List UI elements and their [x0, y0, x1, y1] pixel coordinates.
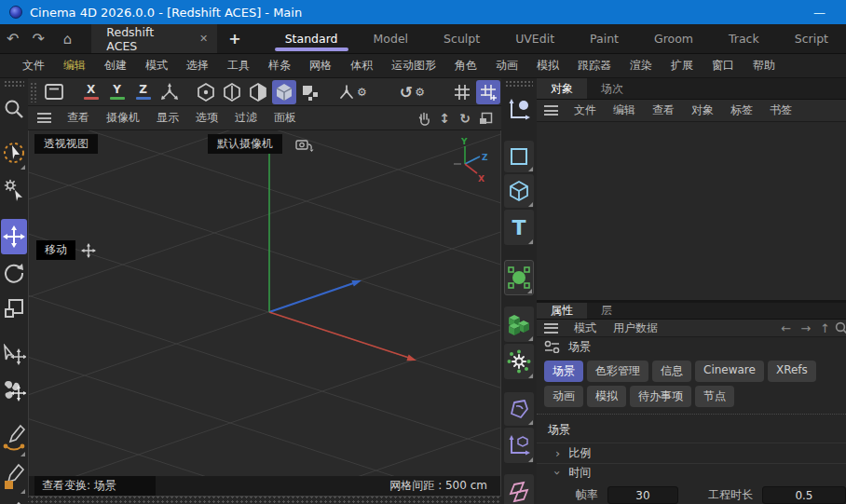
- search-icon[interactable]: [835, 321, 846, 334]
- subdivision-surface-button[interactable]: [504, 260, 534, 295]
- spline-volume-tool[interactable]: [2, 497, 26, 504]
- menu-extensions[interactable]: 扩展: [662, 58, 703, 74]
- rail-grip[interactable]: [505, 80, 533, 89]
- redo-button[interactable]: ↷: [25, 24, 50, 53]
- text-primitive-button[interactable]: T: [504, 210, 534, 245]
- grid-button[interactable]: [450, 80, 474, 104]
- object-list[interactable]: [537, 122, 846, 300]
- points-mode-button[interactable]: [194, 80, 218, 104]
- attr-tab-scene[interactable]: 场景: [544, 361, 583, 382]
- project-box-button[interactable]: [42, 80, 66, 104]
- camera-label[interactable]: 默认摄像机: [208, 134, 282, 154]
- add-tab-button[interactable]: +: [217, 24, 252, 53]
- move-tool[interactable]: [1, 219, 27, 254]
- tab-attributes[interactable]: 属性: [537, 303, 587, 319]
- viewport-canvas[interactable]: 透视视图 默认摄像机: [28, 130, 501, 497]
- tab-takes[interactable]: 场次: [587, 78, 637, 99]
- axis-lock-z-button[interactable]: Z: [131, 80, 156, 104]
- menu-window[interactable]: 窗口: [703, 58, 744, 74]
- rotate-tool[interactable]: [2, 256, 26, 290]
- select-move-tool[interactable]: [2, 338, 26, 372]
- menu-render[interactable]: 渲染: [621, 58, 662, 74]
- minimize-button[interactable]: —: [813, 6, 826, 20]
- scale-tool[interactable]: [2, 292, 26, 325]
- rotate-view-icon[interactable]: ↻: [455, 111, 475, 126]
- history-forward-button[interactable]: →: [796, 321, 815, 335]
- layout-tab-sculpt[interactable]: Sculpt: [426, 24, 498, 53]
- section-scale[interactable]: › 比例: [537, 443, 846, 462]
- null-axis-button[interactable]: [504, 428, 534, 463]
- polygons-mode-button[interactable]: [246, 80, 270, 104]
- spline-primitive-button[interactable]: [504, 141, 534, 172]
- attr-tab-todo[interactable]: 待办事项: [630, 386, 691, 407]
- attr-menu-userdata[interactable]: 用户数据: [605, 320, 666, 336]
- deformer-button[interactable]: [504, 392, 534, 426]
- menu-tools[interactable]: 工具: [218, 58, 259, 74]
- toolbar-grip[interactable]: [30, 82, 36, 102]
- cube-primitive-button[interactable]: [504, 174, 534, 208]
- menu-volume[interactable]: 体积: [341, 58, 382, 74]
- om-menu-bookmarks[interactable]: 书签: [761, 102, 800, 118]
- layout-tab-track[interactable]: Track: [711, 24, 777, 53]
- attr-menu-icon[interactable]: [544, 323, 558, 334]
- layout-tab-standard[interactable]: Standard: [267, 24, 356, 53]
- volume-builder-button[interactable]: [504, 306, 534, 342]
- home-icon[interactable]: ⌂: [57, 24, 79, 53]
- view-type-label[interactable]: 透视视图: [34, 134, 98, 154]
- menu-create[interactable]: 创建: [95, 58, 136, 74]
- om-menu-file[interactable]: 文件: [566, 102, 605, 118]
- menu-character[interactable]: 角色: [445, 58, 486, 74]
- attr-menu-mode[interactable]: 模式: [566, 320, 605, 336]
- menu-mode[interactable]: 模式: [136, 58, 177, 74]
- vp-menu-filter[interactable]: 过滤: [226, 110, 266, 126]
- reset-rotation-button[interactable]: ↺ ⚙: [394, 80, 430, 104]
- om-menu-edit[interactable]: 编辑: [605, 102, 644, 118]
- fps-input[interactable]: 30: [607, 486, 678, 504]
- om-menu-objects[interactable]: 对象: [683, 102, 722, 118]
- menu-animate[interactable]: 动画: [486, 58, 527, 74]
- history-back-button[interactable]: ←: [776, 321, 796, 335]
- tab-objects[interactable]: 对象: [537, 78, 587, 99]
- axis-lock-x-button[interactable]: X: [79, 80, 103, 104]
- effector-button[interactable]: [504, 344, 534, 379]
- spline-pen-group-button[interactable]: [504, 92, 534, 128]
- tweak-tool[interactable]: [2, 172, 26, 208]
- spline-pen-tool[interactable]: [2, 459, 26, 495]
- camera-switch-icon[interactable]: [295, 137, 314, 152]
- section-time[interactable]: › 时间: [537, 463, 846, 483]
- vp-menu-display[interactable]: 显示: [148, 110, 187, 126]
- vp-menu-options[interactable]: 选项: [187, 110, 226, 126]
- undo-button[interactable]: ↶: [0, 24, 25, 53]
- fragment-mode-button[interactable]: [298, 80, 322, 104]
- parent-up-button[interactable]: ↑: [815, 321, 835, 335]
- vp-menu-view[interactable]: 查看: [59, 110, 98, 126]
- attr-tab-cineware[interactable]: Cineware: [695, 361, 764, 382]
- attr-tab-color-management[interactable]: 色彩管理: [587, 361, 648, 382]
- document-tab[interactable]: Redshift ACES ✕: [91, 24, 217, 53]
- menu-spline[interactable]: 样条: [259, 58, 300, 74]
- layout-tab-paint[interactable]: Paint: [572, 24, 636, 53]
- toggle-panel-icon[interactable]: [475, 112, 496, 125]
- menu-mesh[interactable]: 网格: [300, 58, 341, 74]
- viewport-menu-icon[interactable]: [37, 113, 51, 123]
- edges-mode-button[interactable]: [220, 80, 244, 104]
- coordinate-system-button[interactable]: [157, 80, 182, 104]
- live-selection-tool[interactable]: [2, 135, 26, 170]
- om-menu-view[interactable]: 查看: [644, 102, 683, 118]
- menu-simulate[interactable]: 模拟: [527, 58, 568, 74]
- fragment-move-tool[interactable]: [2, 374, 26, 407]
- vp-menu-panel[interactable]: 面板: [266, 110, 305, 126]
- tab-layers[interactable]: 层: [587, 303, 626, 319]
- attr-tab-animation[interactable]: 动画: [544, 386, 583, 407]
- attr-tab-simulation[interactable]: 模拟: [587, 386, 626, 407]
- pan-view-icon[interactable]: [414, 111, 434, 126]
- snap-grid-button[interactable]: [476, 80, 500, 104]
- layout-tab-uvedit[interactable]: UVEdit: [498, 24, 572, 53]
- menu-mograph[interactable]: 运动图形: [382, 58, 445, 74]
- attr-tab-info[interactable]: 信息: [652, 361, 691, 382]
- axis-edit-button[interactable]: ⚙: [334, 80, 369, 104]
- menu-edit[interactable]: 编辑: [54, 58, 95, 74]
- duration-input[interactable]: 0.5: [762, 486, 846, 504]
- menu-help[interactable]: 帮助: [744, 58, 785, 74]
- rail-grip[interactable]: [4, 80, 24, 89]
